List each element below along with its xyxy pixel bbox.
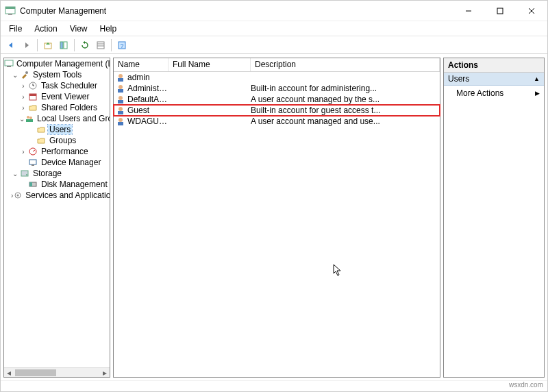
svg-rect-39: [118, 89, 123, 93]
expander-closed-icon[interactable]: ›: [19, 82, 27, 90]
show-hide-tree-button[interactable]: [56, 38, 71, 53]
tree-horizontal-scrollbar[interactable]: ◂ ▸: [4, 367, 110, 377]
tree-device-manager[interactable]: Device Manager: [19, 157, 110, 168]
actions-more[interactable]: More Actions ▶: [444, 86, 544, 101]
minimize-button[interactable]: [453, 1, 484, 21]
svg-rect-9: [64, 42, 67, 49]
expander-open-icon[interactable]: ⌄: [11, 170, 19, 177]
svg-point-17: [25, 71, 28, 74]
list-item[interactable]: WDAGUtility...A user account managed and…: [114, 116, 440, 127]
computer-management-window: Computer Management File Action View Hel…: [0, 0, 548, 392]
tree-task-scheduler[interactable]: ›Task Scheduler: [19, 80, 110, 91]
users-groups-icon: [25, 113, 34, 124]
tree-storage[interactable]: ⌄Storage: [11, 168, 110, 179]
user-name: Guest: [127, 106, 169, 115]
menu-file[interactable]: File: [3, 23, 27, 35]
column-name[interactable]: Name: [114, 58, 169, 71]
expander-closed-icon[interactable]: ›: [19, 104, 27, 112]
list-item[interactable]: DefaultAcco...A user account managed by …: [114, 94, 440, 105]
export-list-button[interactable]: [93, 38, 108, 53]
svg-point-35: [17, 195, 19, 197]
storage-icon: [19, 168, 30, 179]
svg-rect-8: [60, 42, 63, 49]
collapse-icon[interactable]: ▲: [534, 75, 540, 82]
svg-rect-4: [497, 8, 503, 14]
svg-rect-33: [29, 182, 32, 186]
folder-share-icon: [27, 102, 38, 113]
svg-rect-16: [7, 66, 11, 67]
menu-help[interactable]: Help: [95, 23, 123, 35]
close-button[interactable]: [516, 1, 547, 21]
event-icon: [27, 91, 38, 102]
titlebar: Computer Management: [1, 1, 547, 21]
svg-point-23: [27, 116, 29, 119]
svg-rect-28: [29, 160, 36, 164]
svg-text:?: ?: [120, 42, 123, 49]
computer-icon: [4, 58, 14, 69]
tree-event-viewer[interactable]: ›Event Viewer: [19, 91, 110, 102]
actions-section-users[interactable]: Users ▲: [444, 73, 544, 86]
tree-services-apps[interactable]: ›Services and Applications: [11, 190, 110, 201]
toolbar-separator: [37, 39, 38, 51]
tree-performance[interactable]: ›Performance: [19, 146, 110, 157]
svg-rect-22: [29, 94, 36, 96]
svg-rect-45: [118, 122, 123, 125]
tree-local-users-groups[interactable]: ⌄Local Users and Groups: [19, 113, 110, 124]
svg-rect-10: [97, 42, 104, 49]
back-button[interactable]: [3, 38, 18, 53]
menu-action[interactable]: Action: [29, 23, 62, 35]
list-item[interactable]: AdministratorBuilt-in account for admini…: [114, 83, 440, 94]
expander-open-icon[interactable]: ⌄: [19, 115, 25, 123]
menubar: File Action View Help: [1, 21, 547, 36]
svg-point-24: [29, 117, 32, 119]
maximize-button[interactable]: [484, 1, 516, 21]
svg-rect-29: [32, 164, 34, 166]
refresh-button[interactable]: [77, 38, 92, 53]
tree-groups[interactable]: Groups: [36, 135, 110, 146]
scroll-thumb[interactable]: [15, 369, 56, 376]
tree-root[interactable]: Computer Management (Local: [4, 58, 110, 69]
user-description: Built-in account for guest access t...: [251, 106, 440, 115]
svg-point-36: [119, 74, 123, 78]
menu-view[interactable]: View: [64, 23, 93, 35]
up-button[interactable]: [40, 38, 55, 53]
forward-button[interactable]: [19, 38, 34, 53]
actions-pane: Actions Users ▲ More Actions ▶: [443, 58, 545, 378]
user-description: A user account managed by the s...: [251, 95, 440, 104]
toolbar-separator: [111, 39, 112, 51]
tree-system-tools[interactable]: ⌄ System Tools: [11, 69, 110, 80]
toolbar: ?: [1, 36, 547, 54]
tree-shared-folders[interactable]: ›Shared Folders: [19, 102, 110, 113]
cursor-icon: [333, 264, 342, 278]
tree-users[interactable]: Users: [36, 124, 110, 135]
svg-rect-2: [8, 14, 12, 15]
svg-rect-25: [26, 119, 33, 122]
tree-disk-management[interactable]: Disk Management: [27, 179, 110, 190]
performance-icon: [27, 146, 38, 157]
actions-title: Actions: [444, 58, 544, 73]
tools-icon: [19, 69, 30, 80]
list-item[interactable]: admin: [114, 72, 440, 83]
expander-open-icon[interactable]: ⌄: [11, 71, 19, 79]
expander-closed-icon[interactable]: ›: [19, 148, 27, 156]
user-name: WDAGUtility...: [127, 117, 169, 126]
scroll-right-icon[interactable]: ▸: [100, 368, 110, 378]
help-button[interactable]: ?: [114, 38, 129, 53]
column-full-name[interactable]: Full Name: [169, 58, 251, 71]
user-icon: [115, 116, 126, 127]
scroll-left-icon[interactable]: ◂: [4, 368, 14, 378]
user-name: Administrator: [127, 84, 169, 93]
expander-closed-icon[interactable]: ›: [19, 93, 27, 101]
column-description[interactable]: Description: [251, 58, 440, 71]
device-icon: [27, 157, 38, 168]
svg-rect-1: [5, 7, 15, 9]
list-header: Name Full Name Description: [114, 58, 440, 72]
svg-point-44: [119, 118, 123, 122]
svg-rect-41: [118, 100, 123, 103]
user-name: admin: [127, 73, 169, 82]
tree-pane[interactable]: Computer Management (Local ⌄ System Tool…: [3, 58, 110, 378]
list-item[interactable]: GuestBuilt-in account for guest access t…: [114, 105, 440, 116]
list-pane[interactable]: Name Full Name Description adminAdminist…: [113, 58, 440, 378]
user-icon: [115, 72, 126, 83]
footer: wsxdn.com: [1, 380, 547, 391]
